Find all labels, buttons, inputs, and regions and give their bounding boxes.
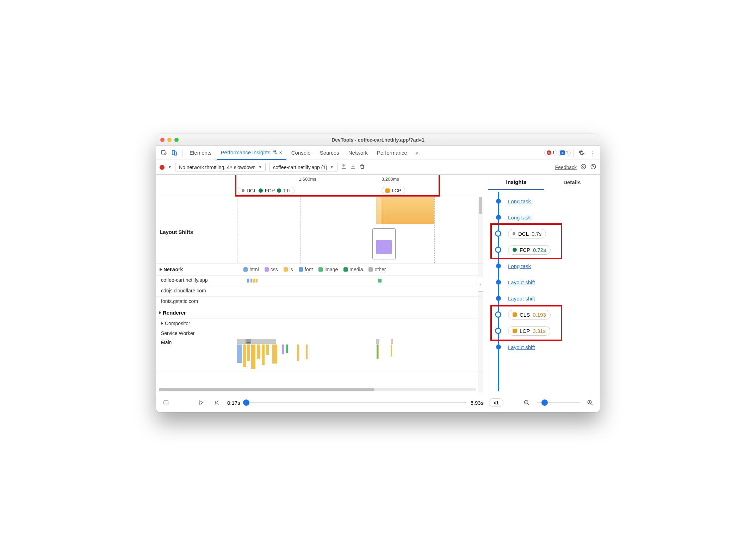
insight-item[interactable]: Long task: [488, 209, 600, 225]
network-host: coffee-cart.netlify.app: [161, 277, 208, 283]
help-icon[interactable]: [590, 163, 596, 171]
delete-icon[interactable]: [359, 164, 365, 170]
insight-item[interactable]: Long task: [488, 258, 600, 274]
main-thread-lane[interactable]: Main ...: [156, 338, 483, 372]
throttle-select[interactable]: No network throttling, 4× slowdown▼: [175, 163, 266, 172]
shift-block[interactable]: [382, 197, 434, 224]
legend-js: js: [284, 267, 293, 272]
time-range-slider[interactable]: 0.17s 5.93s: [227, 400, 483, 406]
feedback-link[interactable]: Feedback: [555, 165, 577, 170]
tab-sources[interactable]: Sources: [316, 146, 343, 160]
tab-network[interactable]: Network: [344, 146, 372, 160]
network-legend-row: Network html css js font image media oth…: [156, 263, 483, 275]
panel-expand-handle[interactable]: ›: [478, 277, 483, 292]
slider-thumb[interactable]: [243, 399, 249, 406]
timing-markers-row: DCL FCP TTI LCP: [156, 185, 483, 197]
timing-marker-group[interactable]: DCL FCP TTI: [238, 187, 295, 194]
insights-toolbar: ▼ No network throttling, 4× slowdown▼ co…: [156, 160, 600, 175]
svg-rect-6: [164, 401, 168, 404]
tab-performance-insights[interactable]: Performance insights ⚗ ×: [217, 146, 286, 160]
legend-image: image: [318, 267, 338, 272]
play-icon[interactable]: [196, 400, 206, 405]
dcl-icon: [513, 232, 515, 235]
zoom-in-icon[interactable]: [585, 399, 595, 406]
insights-sidebar: Insights Details Long task Long task DCL…: [488, 175, 600, 393]
network-section-toggle[interactable]: Network: [160, 267, 183, 272]
shift-block[interactable]: [376, 197, 383, 224]
zoom-slider-thumb[interactable]: [541, 399, 548, 406]
flame-chart[interactable]: ...: [237, 339, 479, 369]
range-end: 5.93s: [471, 400, 484, 406]
horizontal-scrollbar[interactable]: [159, 388, 476, 391]
tab-performance[interactable]: Performance: [373, 146, 411, 160]
range-start: 0.17s: [227, 400, 240, 406]
insight-fcp[interactable]: FCP0.72s: [488, 242, 600, 258]
jump-start-icon[interactable]: [212, 400, 222, 405]
insight-lcp[interactable]: LCP3.31s: [488, 323, 600, 339]
device-toggle-icon[interactable]: [169, 148, 179, 158]
panel-settings-icon[interactable]: [580, 163, 587, 171]
time-tick: 3,200ms: [382, 176, 399, 182]
record-menu-caret[interactable]: ▼: [168, 165, 172, 169]
playback-footer: 0.17s 5.93s x1: [156, 393, 600, 412]
network-row[interactable]: cdnjs.cloudflare.com: [156, 286, 483, 297]
insight-item[interactable]: Long task: [488, 193, 600, 209]
renderer-section-toggle[interactable]: Renderer: [156, 307, 483, 318]
lcp-icon: [513, 329, 517, 333]
network-host: fonts.gstatic.com: [161, 298, 198, 304]
legend-media: media: [343, 267, 363, 272]
screenshot-thumb[interactable]: [372, 228, 396, 259]
cls-icon: [513, 312, 517, 317]
tab-elements[interactable]: Elements: [185, 146, 216, 160]
window-title: DevTools - coffee-cart.netlify.app/?ad=1: [156, 137, 600, 143]
collapsed-tasks[interactable]: ...: [246, 339, 251, 344]
insights-list: Long task Long task DCL0.7s FCP0.72s Lon…: [488, 190, 600, 393]
flask-icon: ⚗: [272, 149, 277, 156]
playback-speed[interactable]: x1: [489, 398, 503, 407]
service-worker-row[interactable]: Service Worker: [156, 328, 483, 338]
compositor-row[interactable]: Compositor: [156, 318, 483, 328]
close-tab-icon[interactable]: ×: [279, 150, 282, 155]
insight-item[interactable]: Layout shift: [488, 290, 600, 306]
fcp-icon: [513, 248, 517, 252]
details-tab[interactable]: Details: [544, 175, 600, 190]
insight-item[interactable]: Layout shift: [488, 339, 600, 355]
fcp-marker-icon: [259, 188, 263, 193]
message-count-badge[interactable]: ≡1: [558, 150, 571, 156]
disclosure-icon: [159, 311, 161, 315]
export-icon[interactable]: [341, 164, 347, 170]
record-button[interactable]: [160, 165, 165, 170]
error-count-badge[interactable]: ✕1: [544, 150, 557, 156]
lane-label: Layout Shifts: [160, 229, 193, 235]
import-icon[interactable]: [350, 164, 356, 170]
legend-css: css: [265, 267, 278, 272]
lane-label: Main: [161, 340, 172, 345]
disclosure-icon: [160, 268, 162, 271]
inspect-icon[interactable]: [159, 148, 169, 158]
svg-point-3: [583, 166, 584, 168]
more-tabs-icon[interactable]: »: [412, 148, 422, 158]
timeline-panel[interactable]: 1,600ms 3,200ms DCL FCP TTI LCP Layout S…: [156, 175, 488, 393]
insights-tab[interactable]: Insights: [488, 175, 544, 190]
devtools-window: DevTools - coffee-cart.netlify.app/?ad=1…: [156, 134, 600, 412]
content-area: 1,600ms 3,200ms DCL FCP TTI LCP Layout S…: [156, 175, 600, 393]
kebab-menu-icon[interactable]: ⋮: [587, 148, 597, 158]
insight-dcl[interactable]: DCL0.7s: [488, 225, 600, 242]
tab-console[interactable]: Console: [287, 146, 315, 160]
target-select[interactable]: coffee-cart.netlify.app (1)▼: [269, 163, 337, 172]
network-row[interactable]: fonts.gstatic.com: [156, 297, 483, 307]
dcl-marker-icon: [242, 189, 244, 192]
lcp-marker-icon: [385, 188, 390, 193]
titlebar: DevTools - coffee-cart.netlify.app/?ad=1: [156, 134, 600, 146]
time-tick: 1,600ms: [299, 176, 316, 182]
insight-item[interactable]: Layout shift: [488, 274, 600, 290]
svg-point-4: [581, 164, 586, 169]
insight-cls[interactable]: CLS0.193: [488, 306, 600, 323]
network-row[interactable]: coffee-cart.netlify.app: [156, 275, 483, 286]
legend-font: font: [299, 267, 313, 272]
timing-marker-lcp[interactable]: LCP: [382, 187, 405, 194]
settings-icon[interactable]: [577, 148, 587, 158]
toggle-drawer-icon[interactable]: [161, 400, 171, 405]
zoom-out-icon[interactable]: [522, 399, 532, 406]
layout-shifts-lane: Layout Shifts: [156, 197, 483, 263]
